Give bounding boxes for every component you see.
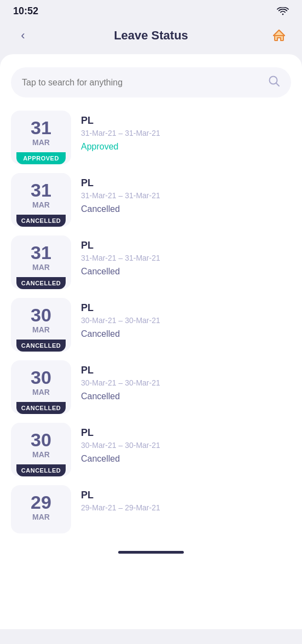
status-badge: CANCELLED: [16, 464, 66, 476]
date-badge: 31 MAR APPROVED: [11, 111, 71, 164]
back-button[interactable]: ‹: [13, 26, 33, 45]
date-month: MAR: [32, 138, 50, 147]
date-day: 30: [31, 430, 51, 449]
list-item[interactable]: 31 MAR CANCELLED PL 31-Mar-21 – 31-Mar-2…: [11, 235, 291, 289]
leave-status-text: Cancelled: [81, 454, 291, 464]
leave-dates: 30-Mar-21 – 30-Mar-21: [81, 378, 291, 387]
leave-type: PL: [81, 490, 291, 501]
date-day: 31: [31, 118, 51, 137]
leave-details: PL 30-Mar-21 – 30-Mar-21 Cancelled: [81, 360, 291, 401]
status-badge: APPROVED: [16, 152, 66, 164]
list-item[interactable]: 31 MAR APPROVED PL 31-Mar-21 – 31-Mar-21…: [11, 111, 291, 164]
list-item[interactable]: 30 MAR CANCELLED PL 30-Mar-21 – 30-Mar-2…: [11, 423, 291, 476]
home-icon: [271, 28, 287, 43]
leave-details: PL 31-Mar-21 – 31-Mar-21 Approved: [81, 111, 291, 152]
leave-dates: 31-Mar-21 – 31-Mar-21: [81, 191, 291, 200]
leave-type: PL: [81, 302, 291, 314]
leave-dates: 31-Mar-21 – 31-Mar-21: [81, 254, 291, 262]
search-bar[interactable]: [11, 67, 291, 97]
svg-line-1: [276, 83, 280, 87]
leave-dates: 31-Mar-21 – 31-Mar-21: [81, 129, 291, 137]
leave-type: PL: [81, 177, 291, 189]
leave-details: PL 29-Mar-21 – 29-Mar-21: [81, 485, 291, 516]
search-icon: [268, 75, 280, 90]
date-month: MAR: [32, 388, 50, 396]
status-badge: CANCELLED: [16, 402, 66, 414]
date-month: MAR: [32, 513, 50, 521]
bottom-bar: [11, 542, 291, 558]
date-month: MAR: [32, 200, 50, 209]
leave-details: PL 31-Mar-21 – 31-Mar-21 Cancelled: [81, 235, 291, 277]
leave-status-text: Cancelled: [81, 267, 291, 277]
status-badge: CANCELLED: [16, 277, 66, 289]
leave-list: 31 MAR APPROVED PL 31-Mar-21 – 31-Mar-21…: [11, 111, 291, 533]
leave-type: PL: [81, 240, 291, 251]
leave-details: PL 30-Mar-21 – 30-Mar-21 Cancelled: [81, 298, 291, 339]
status-badge: CANCELLED: [16, 215, 66, 227]
leave-type: PL: [81, 365, 291, 376]
main-card: 31 MAR APPROVED PL 31-Mar-21 – 31-Mar-21…: [0, 54, 302, 629]
page-title: Leave Status: [114, 28, 188, 43]
date-day: 30: [31, 306, 51, 324]
leave-dates: 30-Mar-21 – 30-Mar-21: [81, 316, 291, 325]
home-button[interactable]: [269, 26, 289, 45]
date-badge: 31 MAR CANCELLED: [11, 173, 71, 227]
status-bar: 10:52: [0, 0, 302, 20]
date-badge: 30 MAR CANCELLED: [11, 423, 71, 476]
leave-details: PL 31-Mar-21 – 31-Mar-21 Cancelled: [81, 173, 291, 214]
date-month: MAR: [32, 450, 50, 459]
search-input[interactable]: [22, 78, 268, 88]
leave-type: PL: [81, 115, 291, 127]
leave-status-text: Approved: [81, 142, 291, 152]
leave-details: PL 30-Mar-21 – 30-Mar-21 Cancelled: [81, 423, 291, 464]
leave-status-text: Cancelled: [81, 329, 291, 339]
date-day: 29: [31, 493, 51, 511]
date-badge: 30 MAR CANCELLED: [11, 360, 71, 414]
leave-dates: 29-Mar-21 – 29-Mar-21: [81, 503, 291, 512]
list-item[interactable]: 31 MAR CANCELLED PL 31-Mar-21 – 31-Mar-2…: [11, 173, 291, 227]
date-month: MAR: [32, 263, 50, 272]
date-month: MAR: [32, 325, 50, 334]
wifi-icon: [277, 7, 289, 16]
date-badge: 30 MAR CANCELLED: [11, 298, 71, 352]
list-item[interactable]: 30 MAR CANCELLED PL 30-Mar-21 – 30-Mar-2…: [11, 298, 291, 352]
date-badge: 31 MAR CANCELLED: [11, 235, 71, 289]
date-badge: 29 MAR: [11, 485, 71, 533]
list-item[interactable]: 29 MAR PL 29-Mar-21 – 29-Mar-21: [11, 485, 291, 533]
leave-type: PL: [81, 427, 291, 439]
date-day: 31: [31, 181, 51, 199]
home-indicator: [118, 551, 184, 554]
date-day: 31: [31, 243, 51, 262]
back-chevron-icon: ‹: [21, 28, 25, 43]
status-time: 10:52: [13, 5, 38, 17]
list-item[interactable]: 30 MAR CANCELLED PL 30-Mar-21 – 30-Mar-2…: [11, 360, 291, 414]
leave-dates: 30-Mar-21 – 30-Mar-21: [81, 441, 291, 450]
leave-status-text: Cancelled: [81, 204, 291, 214]
leave-status-text: Cancelled: [81, 392, 291, 401]
header: ‹ Leave Status: [0, 20, 302, 54]
status-badge: CANCELLED: [16, 340, 66, 352]
date-day: 30: [31, 368, 51, 387]
